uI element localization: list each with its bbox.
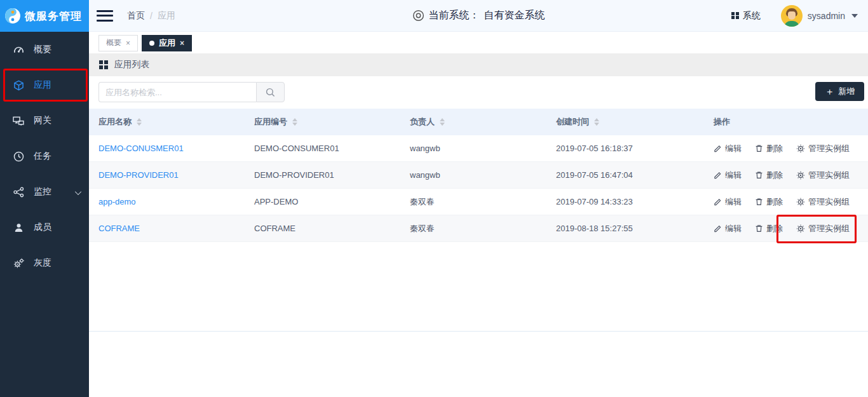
gears-icon [13, 257, 24, 269]
top-header: 首页 / 应用 当前系统：自有资金系统 系统 sysadmin [89, 0, 868, 32]
tab-label: 应用 [159, 37, 175, 49]
sidebar-item-label: 概要 [34, 44, 51, 55]
search-icon [266, 88, 275, 97]
user-menu[interactable]: sysadmin [781, 5, 858, 27]
chevron-down-icon [75, 189, 81, 195]
manage-instance-group-action[interactable]: 管理实例组 [796, 223, 850, 234]
eye-icon [412, 10, 424, 22]
app-name-link[interactable]: COFRAME [98, 224, 140, 233]
caret-down-icon [851, 14, 858, 18]
owner-cell: wangwb [400, 170, 546, 180]
dashboard-icon [13, 44, 24, 55]
edit-action[interactable]: 编辑 [714, 170, 742, 181]
owner-cell: 秦双春 [400, 223, 546, 234]
app-code-cell: APP-DEMO [245, 197, 400, 206]
edit-action[interactable]: 编辑 [714, 223, 742, 234]
hamburger-menu-icon[interactable] [97, 10, 113, 22]
created-cell: 2019-07-05 16:47:04 [546, 170, 704, 180]
breadcrumb-separator: / [150, 11, 153, 21]
cube-icon [13, 79, 24, 91]
sidebar-item-gateway[interactable]: 网关 [0, 103, 89, 138]
table-row: DEMO-CONUSMER01 DEMO-CONSUMER01 wangwb 2… [89, 135, 868, 162]
tab-close-icon[interactable]: × [126, 39, 130, 48]
sort-icon[interactable] [292, 118, 297, 126]
grid-icon [731, 12, 739, 20]
add-button-label: 新增 [838, 86, 855, 97]
app-title: 微服务管理 [25, 9, 82, 24]
sidebar-item-gray-release[interactable]: 灰度 [0, 245, 89, 281]
breadcrumb-current: 应用 [158, 10, 175, 22]
sidebar: 微服务管理 概要 应用 网关 任务 [0, 0, 89, 397]
sort-icon[interactable] [594, 118, 599, 126]
column-header-owner[interactable]: 负责人 [400, 116, 546, 128]
table-row: app-demo APP-DEMO 秦双春 2019-07-09 14:33:2… [89, 189, 868, 215]
search-input[interactable] [98, 82, 256, 102]
sidebar-item-overview[interactable]: 概要 [0, 32, 89, 67]
plus-icon: ＋ [825, 86, 834, 98]
delete-action[interactable]: 删除 [755, 223, 783, 234]
system-menu-label: 系统 [743, 10, 761, 22]
owner-cell: 秦双春 [400, 196, 546, 208]
table-row: COFRAME COFRAME 秦双春 2019-08-18 15:27:55 … [89, 215, 868, 242]
tab-applications[interactable]: 应用 × [142, 35, 192, 51]
gear-icon [796, 198, 805, 206]
toolbar: ＋ 新增 [89, 76, 868, 108]
sidebar-item-applications[interactable]: 应用 [0, 67, 89, 103]
section-header: 应用列表 [89, 53, 868, 76]
breadcrumb-home[interactable]: 首页 [127, 10, 145, 22]
sort-icon[interactable] [137, 118, 142, 126]
column-header-app-code[interactable]: 应用编号 [245, 116, 400, 128]
tab-close-icon[interactable]: × [180, 39, 184, 48]
clock-icon [13, 151, 24, 162]
app-name-link[interactable]: DEMO-CONUSMER01 [98, 144, 184, 153]
app-logo[interactable]: 微服务管理 [0, 0, 89, 32]
search-group [98, 82, 285, 102]
sidebar-item-monitoring[interactable]: 监控 [0, 174, 89, 210]
gear-icon [796, 144, 805, 153]
table-row: DEMO-PROVIDER01 DEMO-PROVIDER01 wangwb 2… [89, 162, 868, 189]
grid-icon [99, 60, 108, 69]
column-header-created[interactable]: 创建时间 [546, 116, 704, 128]
pencil-icon [714, 224, 722, 232]
created-cell: 2019-07-09 14:33:23 [546, 197, 704, 206]
delete-action[interactable]: 删除 [755, 196, 783, 208]
sidebar-item-label: 灰度 [34, 257, 51, 269]
pencil-icon [714, 171, 722, 179]
app-name-link[interactable]: app-demo [98, 197, 136, 206]
sidebar-item-members[interactable]: 成员 [0, 210, 89, 245]
edit-action[interactable]: 编辑 [714, 143, 742, 154]
system-menu-button[interactable]: 系统 [731, 10, 761, 22]
sidebar-item-label: 网关 [34, 115, 51, 126]
current-system-label: 当前系统： [429, 9, 480, 22]
created-cell: 2019-08-18 15:27:55 [546, 224, 704, 233]
username: sysadmin [808, 11, 845, 21]
sort-icon[interactable] [440, 118, 445, 126]
manage-instance-group-action[interactable]: 管理实例组 [796, 196, 850, 208]
delete-action[interactable]: 删除 [755, 170, 783, 181]
app-name-link[interactable]: DEMO-PROVIDER01 [98, 170, 179, 180]
section-title: 应用列表 [114, 59, 150, 71]
app-code-cell: COFRAME [245, 224, 400, 233]
search-button[interactable] [256, 82, 285, 102]
delete-action[interactable]: 删除 [755, 143, 783, 154]
pencil-icon [714, 198, 722, 206]
sidebar-item-tasks[interactable]: 任务 [0, 138, 89, 174]
trash-icon [755, 224, 763, 232]
manage-instance-group-action[interactable]: 管理实例组 [796, 143, 850, 154]
content-bottom-divider [89, 331, 868, 332]
logo-swirl-icon [4, 8, 21, 24]
column-header-actions: 操作 [704, 116, 868, 128]
created-cell: 2019-07-05 16:18:37 [546, 144, 704, 153]
column-header-app-name[interactable]: 应用名称 [89, 116, 245, 128]
manage-instance-group-action[interactable]: 管理实例组 [796, 170, 850, 181]
sidebar-menu: 概要 应用 网关 任务 监控 [0, 32, 89, 281]
app-code-cell: DEMO-CONSUMER01 [245, 144, 400, 153]
sidebar-item-label: 监控 [34, 186, 51, 198]
avatar [781, 5, 803, 27]
edit-action[interactable]: 编辑 [714, 196, 742, 208]
table-header-row: 应用名称 应用编号 负责人 创建时间 操作 [89, 109, 868, 135]
pencil-icon [714, 144, 722, 152]
share-nodes-icon [13, 186, 24, 198]
tab-overview[interactable]: 概要 × [98, 35, 138, 51]
add-button[interactable]: ＋ 新增 [815, 82, 864, 101]
